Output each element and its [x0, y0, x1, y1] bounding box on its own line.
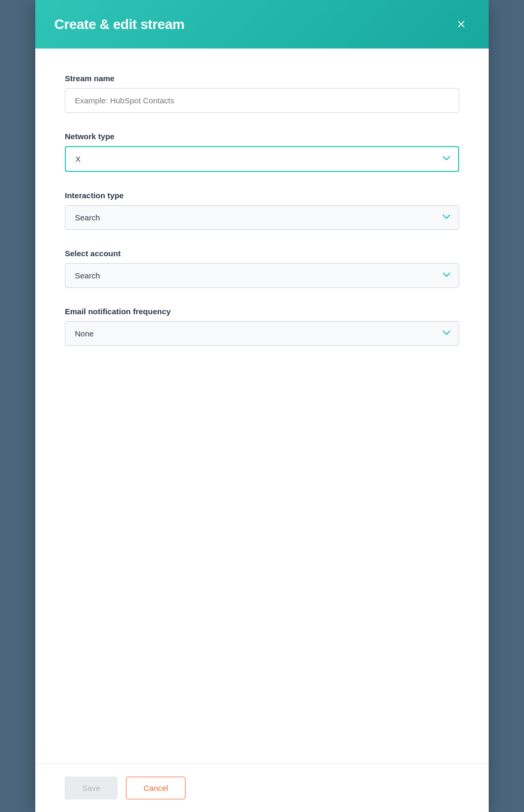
- network-type-select[interactable]: X Facebook Instagram LinkedIn: [65, 146, 459, 172]
- modal: Create & edit stream × Stream name Netwo…: [35, 0, 489, 812]
- cancel-button[interactable]: Cancel: [126, 777, 186, 799]
- network-type-label: Network type: [65, 132, 459, 141]
- email-notification-field-group: Email notification frequency None Daily …: [65, 307, 459, 346]
- email-notification-select[interactable]: None Daily Weekly Immediately: [65, 321, 459, 346]
- network-type-select-wrapper: X Facebook Instagram LinkedIn: [65, 146, 459, 172]
- stream-name-field-group: Stream name: [65, 74, 459, 113]
- email-notification-label: Email notification frequency: [65, 307, 459, 316]
- select-account-select[interactable]: Search Account 1 Account 2: [65, 263, 459, 288]
- stream-name-input[interactable]: [65, 88, 459, 113]
- select-account-field-group: Select account Search Account 1 Account …: [65, 249, 459, 288]
- modal-header: Create & edit stream ×: [35, 0, 489, 49]
- close-button[interactable]: ×: [453, 15, 470, 34]
- save-button[interactable]: Save: [65, 777, 118, 799]
- select-account-label: Select account: [65, 249, 459, 258]
- interaction-type-select-wrapper: Search Mentions Keywords Hashtags: [65, 205, 459, 230]
- modal-wrapper: Create & edit stream × Stream name Netwo…: [0, 0, 524, 812]
- interaction-type-field-group: Interaction type Search Mentions Keyword…: [65, 191, 459, 230]
- email-notification-select-wrapper: None Daily Weekly Immediately: [65, 321, 459, 346]
- modal-footer: Save Cancel: [35, 763, 489, 812]
- stream-name-label: Stream name: [65, 74, 459, 83]
- modal-title: Create & edit stream: [54, 16, 185, 33]
- modal-body: Stream name Network type X Facebook Inst…: [35, 49, 489, 763]
- select-account-select-wrapper: Search Account 1 Account 2: [65, 263, 459, 288]
- network-type-field-group: Network type X Facebook Instagram Linked…: [65, 132, 459, 172]
- interaction-type-label: Interaction type: [65, 191, 459, 200]
- body-spacer: [65, 365, 459, 747]
- interaction-type-select[interactable]: Search Mentions Keywords Hashtags: [65, 205, 459, 230]
